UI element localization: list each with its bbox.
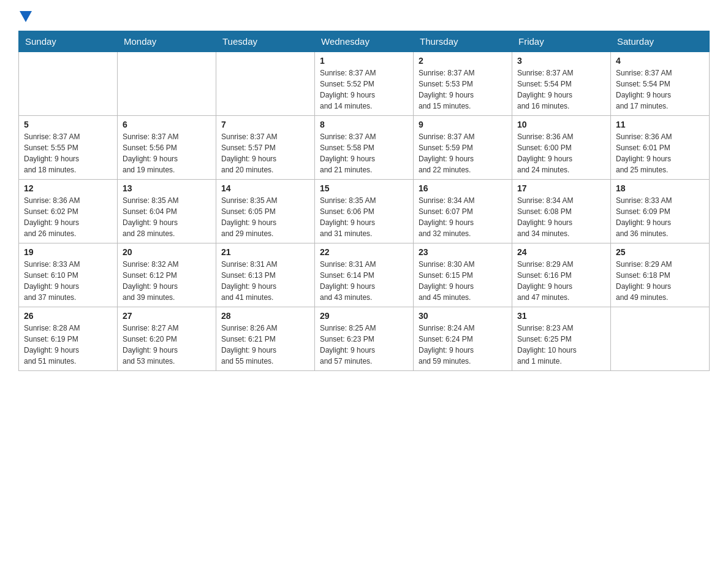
day-of-week-header: Wednesday — [315, 31, 414, 52]
day-info: Sunrise: 8:31 AM Sunset: 6:14 PM Dayligh… — [320, 259, 408, 303]
day-number: 31 — [517, 311, 605, 321]
day-info: Sunrise: 8:28 AM Sunset: 6:19 PM Dayligh… — [24, 323, 112, 367]
calendar-cell — [118, 52, 216, 116]
day-number: 28 — [221, 311, 309, 321]
day-number: 11 — [616, 120, 704, 129]
calendar-table: SundayMondayTuesdayWednesdayThursdayFrid… — [18, 31, 710, 371]
calendar-week-row: 12Sunrise: 8:36 AM Sunset: 6:02 PM Dayli… — [19, 180, 710, 243]
calendar-cell: 28Sunrise: 8:26 AM Sunset: 6:21 PM Dayli… — [216, 307, 315, 371]
calendar-cell: 2Sunrise: 8:37 AM Sunset: 5:53 PM Daylig… — [414, 52, 512, 116]
day-number: 9 — [419, 120, 507, 129]
calendar-cell: 9Sunrise: 8:37 AM Sunset: 5:59 PM Daylig… — [414, 116, 512, 180]
day-number: 4 — [616, 56, 704, 66]
calendar-cell: 13Sunrise: 8:35 AM Sunset: 6:04 PM Dayli… — [118, 180, 216, 243]
day-info: Sunrise: 8:37 AM Sunset: 5:58 PM Dayligh… — [320, 131, 408, 175]
logo-arrow-icon — [20, 11, 32, 25]
calendar-cell: 30Sunrise: 8:24 AM Sunset: 6:24 PM Dayli… — [414, 307, 512, 371]
calendar-week-row: 1Sunrise: 8:37 AM Sunset: 5:52 PM Daylig… — [19, 52, 710, 116]
day-info: Sunrise: 8:36 AM Sunset: 6:01 PM Dayligh… — [616, 131, 704, 175]
calendar-cell: 18Sunrise: 8:33 AM Sunset: 6:09 PM Dayli… — [611, 180, 710, 243]
calendar-week-row: 26Sunrise: 8:28 AM Sunset: 6:19 PM Dayli… — [19, 307, 710, 371]
calendar-cell: 14Sunrise: 8:35 AM Sunset: 6:05 PM Dayli… — [216, 180, 315, 243]
day-info: Sunrise: 8:26 AM Sunset: 6:21 PM Dayligh… — [221, 323, 309, 367]
day-of-week-header: Sunday — [19, 31, 118, 52]
day-info: Sunrise: 8:37 AM Sunset: 5:54 PM Dayligh… — [517, 67, 605, 112]
calendar-cell: 3Sunrise: 8:37 AM Sunset: 5:54 PM Daylig… — [512, 52, 611, 116]
day-info: Sunrise: 8:37 AM Sunset: 5:57 PM Dayligh… — [221, 131, 309, 175]
day-of-week-header: Saturday — [611, 31, 710, 52]
calendar-cell: 24Sunrise: 8:29 AM Sunset: 6:16 PM Dayli… — [512, 243, 611, 307]
day-info: Sunrise: 8:34 AM Sunset: 6:08 PM Dayligh… — [517, 195, 605, 239]
day-info: Sunrise: 8:35 AM Sunset: 6:05 PM Dayligh… — [221, 195, 309, 239]
day-number: 17 — [517, 183, 605, 193]
calendar-cell: 29Sunrise: 8:25 AM Sunset: 6:23 PM Dayli… — [315, 307, 414, 371]
day-info: Sunrise: 8:23 AM Sunset: 6:25 PM Dayligh… — [517, 323, 605, 367]
calendar-cell — [19, 52, 118, 116]
calendar-cell: 16Sunrise: 8:34 AM Sunset: 6:07 PM Dayli… — [414, 180, 512, 243]
day-info: Sunrise: 8:36 AM Sunset: 6:02 PM Dayligh… — [24, 195, 112, 239]
day-of-week-header: Monday — [118, 31, 216, 52]
calendar-cell: 11Sunrise: 8:36 AM Sunset: 6:01 PM Dayli… — [611, 116, 710, 180]
day-number: 24 — [517, 247, 605, 257]
day-number: 14 — [221, 183, 309, 193]
calendar-cell: 8Sunrise: 8:37 AM Sunset: 5:58 PM Daylig… — [315, 116, 414, 180]
day-number: 12 — [24, 183, 112, 193]
calendar-cell: 27Sunrise: 8:27 AM Sunset: 6:20 PM Dayli… — [118, 307, 216, 371]
day-of-week-header: Friday — [512, 31, 611, 52]
day-number: 15 — [320, 183, 408, 193]
day-info: Sunrise: 8:37 AM Sunset: 5:54 PM Dayligh… — [616, 67, 704, 112]
day-info: Sunrise: 8:36 AM Sunset: 6:00 PM Dayligh… — [517, 131, 605, 175]
calendar-cell: 6Sunrise: 8:37 AM Sunset: 5:56 PM Daylig… — [118, 116, 216, 180]
day-info: Sunrise: 8:31 AM Sunset: 6:13 PM Dayligh… — [221, 259, 309, 303]
calendar-cell: 17Sunrise: 8:34 AM Sunset: 6:08 PM Dayli… — [512, 180, 611, 243]
calendar-cell: 4Sunrise: 8:37 AM Sunset: 5:54 PM Daylig… — [611, 52, 710, 116]
calendar-week-row: 5Sunrise: 8:37 AM Sunset: 5:55 PM Daylig… — [19, 116, 710, 180]
svg-marker-0 — [20, 11, 32, 22]
day-number: 13 — [123, 183, 211, 193]
day-number: 29 — [320, 311, 408, 321]
day-of-week-header: Thursday — [414, 31, 512, 52]
day-number: 18 — [616, 183, 704, 193]
day-number: 5 — [24, 120, 112, 129]
day-number: 19 — [24, 247, 112, 257]
page-header — [18, 12, 710, 25]
day-info: Sunrise: 8:37 AM Sunset: 5:52 PM Dayligh… — [320, 67, 408, 112]
day-number: 26 — [24, 311, 112, 321]
calendar-cell: 5Sunrise: 8:37 AM Sunset: 5:55 PM Daylig… — [19, 116, 118, 180]
calendar-cell: 10Sunrise: 8:36 AM Sunset: 6:00 PM Dayli… — [512, 116, 611, 180]
day-info: Sunrise: 8:35 AM Sunset: 6:06 PM Dayligh… — [320, 195, 408, 239]
day-info: Sunrise: 8:37 AM Sunset: 5:59 PM Dayligh… — [419, 131, 507, 175]
day-info: Sunrise: 8:27 AM Sunset: 6:20 PM Dayligh… — [123, 323, 211, 367]
calendar-body: 1Sunrise: 8:37 AM Sunset: 5:52 PM Daylig… — [19, 52, 710, 371]
day-info: Sunrise: 8:35 AM Sunset: 6:04 PM Dayligh… — [123, 195, 211, 239]
calendar-cell: 25Sunrise: 8:29 AM Sunset: 6:18 PM Dayli… — [611, 243, 710, 307]
day-number: 30 — [419, 311, 507, 321]
calendar-cell: 31Sunrise: 8:23 AM Sunset: 6:25 PM Dayli… — [512, 307, 611, 371]
day-number: 16 — [419, 183, 507, 193]
calendar-cell: 26Sunrise: 8:28 AM Sunset: 6:19 PM Dayli… — [19, 307, 118, 371]
day-info: Sunrise: 8:37 AM Sunset: 5:56 PM Dayligh… — [123, 131, 211, 175]
day-of-week-header: Tuesday — [216, 31, 315, 52]
day-number: 8 — [320, 120, 408, 129]
day-info: Sunrise: 8:29 AM Sunset: 6:18 PM Dayligh… — [616, 259, 704, 303]
day-number: 23 — [419, 247, 507, 257]
day-number: 21 — [221, 247, 309, 257]
days-of-week-row: SundayMondayTuesdayWednesdayThursdayFrid… — [19, 31, 710, 52]
day-number: 3 — [517, 56, 605, 66]
day-number: 27 — [123, 311, 211, 321]
day-info: Sunrise: 8:32 AM Sunset: 6:12 PM Dayligh… — [123, 259, 211, 303]
logo — [18, 12, 32, 25]
day-number: 20 — [123, 247, 211, 257]
day-number: 1 — [320, 56, 408, 66]
day-info: Sunrise: 8:29 AM Sunset: 6:16 PM Dayligh… — [517, 259, 605, 303]
calendar-cell: 20Sunrise: 8:32 AM Sunset: 6:12 PM Dayli… — [118, 243, 216, 307]
day-info: Sunrise: 8:37 AM Sunset: 5:53 PM Dayligh… — [419, 67, 507, 112]
day-info: Sunrise: 8:24 AM Sunset: 6:24 PM Dayligh… — [419, 323, 507, 367]
calendar-week-row: 19Sunrise: 8:33 AM Sunset: 6:10 PM Dayli… — [19, 243, 710, 307]
day-info: Sunrise: 8:30 AM Sunset: 6:15 PM Dayligh… — [419, 259, 507, 303]
calendar-cell: 19Sunrise: 8:33 AM Sunset: 6:10 PM Dayli… — [19, 243, 118, 307]
calendar-header: SundayMondayTuesdayWednesdayThursdayFrid… — [19, 31, 710, 52]
calendar-cell: 15Sunrise: 8:35 AM Sunset: 6:06 PM Dayli… — [315, 180, 414, 243]
calendar-cell: 7Sunrise: 8:37 AM Sunset: 5:57 PM Daylig… — [216, 116, 315, 180]
day-info: Sunrise: 8:33 AM Sunset: 6:10 PM Dayligh… — [24, 259, 112, 303]
